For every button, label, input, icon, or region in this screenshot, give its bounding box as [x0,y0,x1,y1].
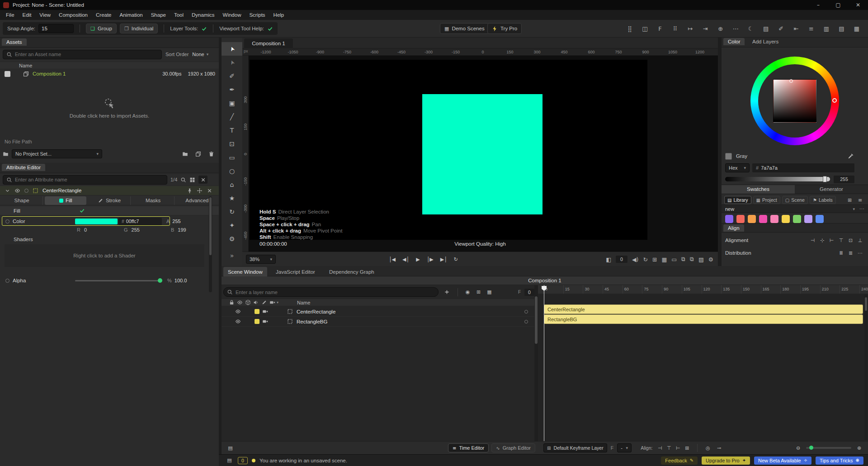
skip-to-start-button[interactable]: │◀ [389,257,396,262]
align-text-icon[interactable]: ≡ [804,25,818,32]
attribute-search-input[interactable] [3,175,167,185]
collapse-chevron-icon[interactable] [5,188,10,194]
distribute-h-icon[interactable]: Ⅲ [837,249,845,257]
warning-counter[interactable]: 0 [238,457,248,464]
project-tab[interactable]: ▦Project [753,196,780,204]
menu-item[interactable]: Animation [116,10,147,20]
annotate-icon[interactable]: ✐ [774,25,788,32]
layer-visibility-icon[interactable] [235,319,241,324]
tl-align-left-icon[interactable]: ⊣ [656,444,664,452]
align-center-v-icon[interactable]: ⊡ [846,236,855,244]
dependency-graph-tab[interactable]: Dependency Graph [325,267,379,276]
lock-column-icon[interactable] [228,300,236,305]
asset-search-input[interactable] [3,50,162,59]
selected-layer-row[interactable]: CenterRectangle [0,185,219,195]
filter-ball-icon[interactable]: ◉ [464,288,471,296]
snap-grid-icon[interactable]: ⊞ [652,256,657,263]
menu-item[interactable]: Create [92,10,116,20]
palette-swatch[interactable] [782,215,790,223]
move-attributes-icon[interactable] [197,188,203,194]
timeline-zoom-slider[interactable] [806,447,851,449]
viewport-tool-help-check-icon[interactable] [267,26,273,32]
open-project-button[interactable] [193,151,203,157]
move-to-icon[interactable]: ↦ [684,25,697,32]
align-center-h-icon[interactable]: ⊹ [818,236,826,244]
distribute-v-icon[interactable]: ≣ [846,249,855,257]
edit-column-icon[interactable] [260,300,268,305]
palette-swatch[interactable] [725,215,733,223]
scene-tab[interactable]: ▢Scene [782,196,808,204]
speaker-icon[interactable]: ◀) [632,256,639,263]
asset-color-chip[interactable] [5,71,10,77]
tab-fill[interactable]: Fill [45,196,86,205]
labels-tab[interactable]: ⚑Labels [810,196,836,204]
delete-project-button[interactable] [206,151,216,157]
render-column-icon[interactable] [244,300,252,305]
sv-marker[interactable] [789,79,793,83]
snap-angle-input[interactable] [38,24,74,33]
list-view-icon[interactable]: ≡ [856,196,864,204]
layer-color-chip[interactable] [255,309,259,314]
tips-button[interactable]: Tips and Tricks ❋ [816,456,863,465]
sync-icon[interactable]: ↻ [643,256,648,263]
tab-stroke[interactable]: Stroke [88,196,130,205]
columns-view-icon[interactable]: ▥ [820,25,833,32]
layer-camera-icon[interactable] [262,309,268,314]
layer-render-toggle[interactable] [524,310,528,314]
menu-item[interactable]: View [35,10,55,20]
grid-view-icon[interactable]: ⊞ [845,196,854,204]
value-slider[interactable] [725,177,830,181]
ellipse-tool[interactable]: ○ [222,164,242,178]
hue-marker[interactable] [832,98,837,103]
close-icon[interactable] [207,188,212,194]
palette-swatch[interactable] [793,215,801,223]
add-layers-tab[interactable]: Add Layers [748,38,783,45]
snapshot-icon[interactable]: ◧ [606,256,611,263]
menu-item[interactable]: File [2,10,19,20]
rectangle-tool[interactable]: ▭ [222,151,242,164]
pin-attributes-icon[interactable] [189,177,195,183]
menu-item[interactable]: Edit [19,10,36,20]
group-transform-button[interactable]: ❏ Group [86,24,117,33]
camera-tool[interactable]: ▣ [222,96,242,110]
tab-shape[interactable]: Shape [1,196,43,205]
zoom-in-icon[interactable]: ⊕ [855,444,863,452]
palette-swatch[interactable] [804,215,812,223]
color-tab[interactable]: Color [723,38,745,45]
loop-button[interactable]: ↻ [454,257,458,262]
align-bottom-icon[interactable]: ⊥ [856,236,864,244]
layer-search-input[interactable] [223,287,439,297]
text-tool[interactable]: T [222,124,242,137]
pin-icon[interactable] [187,188,193,194]
generator-tab[interactable]: Generator [795,185,868,194]
realtime-icon[interactable]: ▦ [661,256,667,263]
value-slider-handle[interactable] [823,176,827,182]
viewport-tab[interactable]: Composition 1 [244,38,293,48]
align-right-icon[interactable]: ⊢ [827,236,836,244]
align-panel-tab[interactable]: Align [723,224,744,232]
playhead-line[interactable] [544,285,544,441]
scene-list-scrollbar[interactable] [534,285,538,441]
align-top-icon[interactable]: ⊤ [837,236,845,244]
keyframe-layer-dropdown[interactable]: ⊞ Default Keyframe Layer [543,443,607,452]
alpha-slider[interactable] [75,280,161,281]
saturation-value-picker[interactable] [773,79,816,123]
layer-duration-bar[interactable]: CenterRectangle [544,304,863,314]
time-editor-button[interactable]: ≡ Time Editor [448,443,489,452]
viewport-settings-icon[interactable]: ⚙ [708,256,713,263]
star-tool[interactable]: ★ [222,191,242,205]
fill-tool[interactable]: ✐ [222,69,242,83]
skip-to-end-button[interactable]: ▶│ [440,257,447,262]
frame-all-icon[interactable]: F [653,25,667,32]
palette-swatch[interactable] [770,215,778,223]
tool-settings[interactable]: ⚙ [222,232,242,246]
menu-item[interactable]: Scripts [245,10,269,20]
tl-align-right-icon[interactable]: ⊢ [674,444,682,452]
add-node-icon[interactable]: ⊕ [714,25,727,32]
next-frame-button[interactable]: │▶ [427,257,434,262]
viewport-canvas-area[interactable]: 3001500-150-300-450 Hold SDirect Layer S… [242,56,718,252]
timeline-zoom-handle[interactable] [809,446,813,450]
palette-swatch[interactable] [748,215,756,223]
render-buffer-icon[interactable]: ⧉ [681,256,685,263]
menu-item[interactable]: Dynamics [188,10,218,20]
